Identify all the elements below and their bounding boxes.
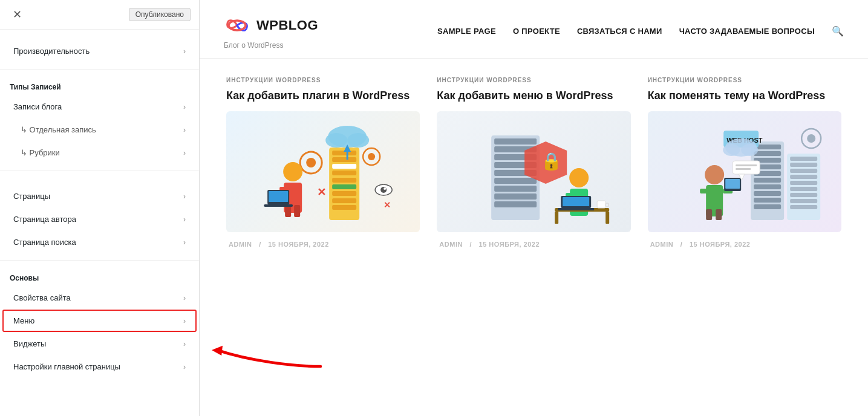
svg-text:🔒: 🔒: [541, 151, 562, 171]
sidebar: ✕ Опубликовано Производительность › Типы…: [0, 0, 200, 416]
sidebar-item-menu[interactable]: Меню ›: [2, 310, 197, 332]
post-image-1[interactable]: ✕ ✕: [226, 111, 420, 232]
svg-point-45: [569, 168, 589, 187]
svg-rect-9: [332, 198, 356, 203]
post-card-3: ИНСТРУКЦИИ WORDPRESS Как поменять тему н…: [639, 77, 850, 260]
post-card-2: ИНСТРУКЦИИ WORDPRESS Как добавить меню в…: [428, 77, 639, 260]
svg-rect-68: [790, 157, 817, 161]
sidebar-performance-section: Производительность ›: [0, 30, 199, 65]
svg-rect-94: [736, 164, 757, 166]
search-icon[interactable]: 🔍: [832, 25, 844, 37]
svg-rect-64: [754, 191, 781, 196]
svg-rect-26: [269, 191, 288, 202]
svg-rect-41: [494, 193, 537, 200]
sidebar-item-search-page[interactable]: Страница поиска ›: [2, 231, 197, 253]
svg-rect-42: [494, 201, 537, 207]
post-author-3: ADMIN: [650, 241, 674, 248]
post-meta-2: ADMIN / 15 НОЯБРЯ, 2022: [437, 241, 630, 248]
post-date-1: 15 НОЯБРЯ, 2022: [268, 241, 329, 248]
svg-point-31: [380, 187, 387, 193]
close-button[interactable]: ✕: [8, 6, 25, 23]
post-title-2: Как добавить меню в WordPress: [437, 88, 630, 103]
svg-point-17: [306, 158, 316, 167]
chevron-right-icon: ›: [183, 47, 186, 56]
sidebar-item-author-page[interactable]: Страница автора ›: [2, 208, 197, 230]
sidebar-item-pages[interactable]: Страницы ›: [2, 185, 197, 207]
svg-point-32: [383, 187, 386, 190]
svg-rect-58: [754, 151, 781, 156]
nav-item-sample-page[interactable]: SAMPLE PAGE: [437, 27, 496, 36]
nav-item-about[interactable]: О ПРОЕКТЕ: [513, 27, 560, 36]
post-illustration-2: 🔒: [437, 111, 630, 232]
post-meta-3: ADMIN / 15 НОЯБРЯ, 2022: [648, 241, 841, 248]
posts-grid: ИНСТРУКЦИИ WORDPRESS Как добавить плагин…: [200, 59, 868, 260]
chevron-right-icon: ›: [183, 126, 186, 134]
svg-point-80: [723, 144, 740, 156]
svg-rect-86: [700, 189, 710, 193]
svg-rect-73: [790, 187, 817, 191]
sidebar-item-performance[interactable]: Производительность ›: [2, 40, 197, 62]
sidebar-item-label: Страницы: [13, 192, 50, 201]
svg-rect-74: [790, 193, 817, 197]
svg-point-81: [741, 144, 758, 156]
svg-rect-65: [754, 198, 781, 203]
svg-rect-89: [716, 209, 722, 220]
sidebar-item-homepage-settings[interactable]: Настройки главной страницы ›: [2, 356, 197, 378]
sidebar-item-label: Страница поиска: [13, 238, 76, 247]
sidebar-item-categories[interactable]: ↳ Рубрики ›: [2, 141, 197, 164]
sidebar-item-label: Настройки главной страницы: [13, 362, 120, 371]
sidebar-item-label: ↳ Отдельная запись: [13, 125, 96, 134]
nav-item-faq[interactable]: ЧАСТО ЗАДАВАЕМЫЕ ВОПРОСЫ: [679, 27, 815, 36]
chevron-right-icon: ›: [183, 149, 186, 157]
sidebar-item-widgets[interactable]: Виджеты ›: [2, 333, 197, 355]
chevron-right-icon: ›: [183, 192, 186, 201]
svg-point-20: [283, 162, 302, 181]
post-author-2: ADMIN: [439, 241, 463, 248]
svg-rect-95: [736, 168, 751, 170]
svg-rect-76: [790, 205, 817, 209]
svg-rect-63: [754, 184, 781, 189]
post-category-3: ИНСТРУКЦИИ WORDPRESS: [648, 77, 841, 83]
post-date-3: 15 НОЯБРЯ, 2022: [690, 241, 751, 248]
main-preview: WPBLOG Блог о WordPress SAMPLE PAGE О ПР…: [200, 0, 868, 416]
section-title-post-types: Типы Записей: [0, 83, 199, 95]
chevron-right-icon: ›: [183, 238, 186, 247]
post-title-3: Как поменять тему на WordPress: [648, 88, 841, 103]
status-badge: Опубликовано: [129, 8, 191, 21]
svg-point-83: [807, 134, 815, 143]
sidebar-item-label: Записи блога: [13, 102, 62, 111]
post-image-3[interactable]: WEB HOST: [648, 111, 841, 232]
sidebar-item-blog-posts[interactable]: Записи блога ›: [2, 96, 197, 118]
post-author-1: ADMIN: [229, 241, 252, 248]
svg-rect-6: [332, 178, 356, 183]
svg-rect-39: [494, 178, 537, 184]
svg-rect-24: [294, 205, 300, 217]
sidebar-item-single-post[interactable]: ↳ Отдельная запись ›: [2, 119, 197, 141]
svg-rect-5: [332, 171, 356, 175]
svg-point-12: [325, 133, 347, 148]
svg-text:✕: ✕: [383, 200, 391, 210]
svg-rect-40: [494, 186, 537, 192]
nav-item-contact[interactable]: СВЯЗАТЬСЯ С НАМИ: [577, 27, 662, 36]
blog-subtitle: Блог о WordPress: [224, 41, 318, 50]
sidebar-item-site-properties[interactable]: Свойства сайта ›: [2, 287, 197, 309]
svg-rect-88: [706, 209, 712, 220]
divider: [0, 260, 199, 261]
svg-rect-69: [790, 163, 817, 167]
chevron-right-icon: ›: [183, 215, 186, 224]
post-image-2[interactable]: 🔒: [437, 111, 630, 232]
post-category-2: ИНСТРУКЦИИ WORDPRESS: [437, 77, 630, 83]
svg-rect-92: [733, 161, 760, 174]
chevron-right-icon: ›: [183, 103, 186, 111]
svg-rect-10: [332, 205, 356, 210]
sidebar-header: ✕ Опубликовано: [0, 0, 199, 30]
sidebar-item-label: Меню: [13, 316, 34, 325]
svg-rect-50: [605, 212, 609, 224]
post-illustration-1: ✕ ✕: [226, 111, 420, 232]
sidebar-item-label: ↳ Рубрики: [13, 148, 60, 157]
svg-rect-4: [332, 164, 356, 169]
divider: [0, 171, 199, 171]
svg-rect-91: [725, 179, 740, 189]
post-title-1: Как добавить плагин в WordPress: [226, 88, 420, 103]
svg-rect-70: [790, 169, 817, 173]
